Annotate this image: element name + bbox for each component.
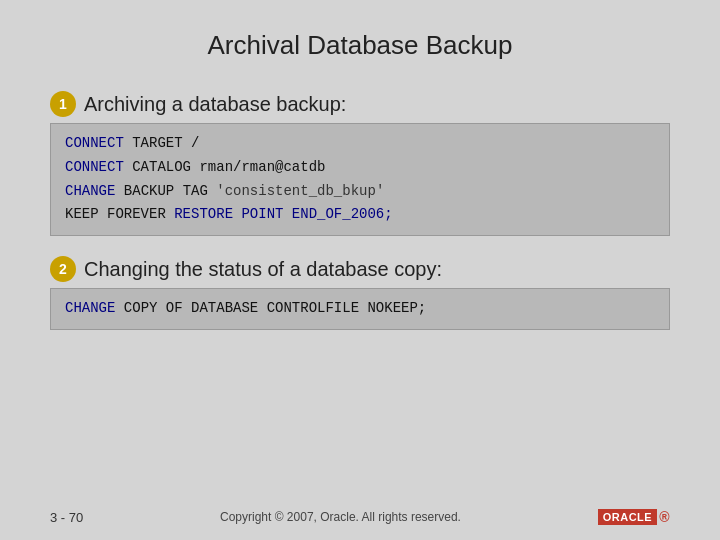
copyright: Copyright © 2007, Oracle. All rights res… [83, 510, 597, 524]
code-line-2-1: CHANGE COPY OF DATABASE CONTROLFILE NOKE… [65, 297, 655, 321]
slide-title: Archival Database Backup [50, 30, 670, 61]
oracle-text: ® [659, 509, 670, 525]
code-line-1-2: CONNECT CATALOG rman/rman@catdb [65, 156, 655, 180]
section-2: 2 Changing the status of a database copy… [50, 256, 670, 330]
badge-1: 1 [50, 91, 76, 117]
section-2-header: 2 Changing the status of a database copy… [50, 256, 670, 282]
code-line-1-3: CHANGE BACKUP TAG 'consistent_db_bkup' [65, 180, 655, 204]
page-number: 3 - 70 [50, 510, 83, 525]
code-block-2: CHANGE COPY OF DATABASE CONTROLFILE NOKE… [50, 288, 670, 330]
slide: Archival Database Backup 1 Archiving a d… [0, 0, 720, 540]
footer: 3 - 70 Copyright © 2007, Oracle. All rig… [50, 509, 670, 525]
section-2-title: Changing the status of a database copy: [84, 258, 442, 281]
section-1-title: Archiving a database backup: [84, 93, 346, 116]
oracle-logo: ORACLE ® [598, 509, 670, 525]
code-line-1-1: CONNECT TARGET / [65, 132, 655, 156]
section-1-header: 1 Archiving a database backup: [50, 91, 670, 117]
oracle-box-label: ORACLE [598, 509, 657, 525]
section-1: 1 Archiving a database backup: CONNECT T… [50, 91, 670, 236]
code-line-1-4: KEEP FOREVER RESTORE POINT END_OF_2006; [65, 203, 655, 227]
code-block-1: CONNECT TARGET / CONNECT CATALOG rman/rm… [50, 123, 670, 236]
badge-2: 2 [50, 256, 76, 282]
